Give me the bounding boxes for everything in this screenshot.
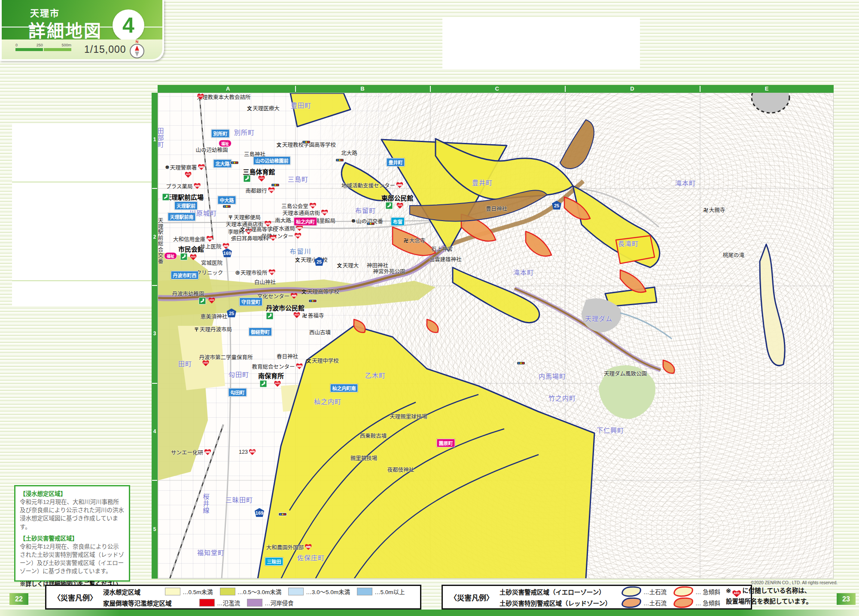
legend-flood: 〈災害凡例〉 浸水想定区域 …0.5m未満…0.5〜3.0m未満…3.0〜5.0… (45, 585, 421, 610)
compass-north-label: N (136, 39, 139, 44)
map-label: 天理親里球技場 (390, 412, 427, 420)
map-label: サンエー化研AED (171, 448, 211, 456)
evacuation-site-icon (266, 313, 274, 320)
road-sign-label: 別所町 (211, 129, 230, 138)
scale-bar-segments (15, 48, 71, 51)
aed-heart-icon: AED (269, 235, 277, 241)
map-label: 田部町 (158, 127, 165, 148)
map-label: 西山古墳 (309, 328, 331, 336)
legend-row-label: 土砂災害警戒区域（イエローゾーン） (500, 587, 615, 596)
legend-item: … 急傾斜 (673, 586, 720, 597)
school-icon: 文 (247, 104, 252, 111)
map-label: 南保育所 (258, 371, 284, 380)
map-label: 卍善福寺 (302, 311, 324, 319)
page-title: 詳細地図 (28, 17, 102, 42)
evacuation-site-icon (180, 253, 188, 261)
aed-heart-icon: AED (202, 360, 210, 366)
school-icon: 文 (295, 256, 300, 263)
legend-landslide-title: 〈災害凡例〉 (450, 592, 493, 603)
legend-item: …氾濫流 (199, 598, 240, 607)
grid-row-label: 5 (153, 526, 156, 532)
map-label: 張曰耳鼻咽喉科AED (231, 234, 277, 242)
temple-icon: 卍 (302, 312, 307, 319)
map-label: 竹之内町 (548, 393, 576, 402)
evacuation-site-icon (162, 194, 170, 201)
temple-icon: 卍 (704, 206, 708, 213)
map-label: 北大路 (341, 149, 357, 157)
note-body-landslide: 令和元年12月現在、奈良県により公示された土砂災害特別警戒区域（レッドゾーン）及… (20, 543, 125, 576)
map-canvas: 山の辺学童保育所AED天理教東本大教会詰所AED文天理医療大別所町別所町田部町豊… (158, 93, 834, 579)
map-label: 杣之内町 (314, 397, 341, 406)
road-sign-label: 守目堂町 (239, 297, 262, 306)
map-label: 文天理高等学校 (240, 225, 278, 233)
map-label: 春日神社 (277, 352, 298, 360)
legend-item-label: …氾濫流 (217, 598, 240, 607)
legend-item: …土石流 (621, 586, 667, 597)
map-label: 文天理大 (337, 261, 359, 269)
aed-heart-icon: AED (396, 203, 404, 209)
map-scale: 1/15,000 (84, 44, 126, 55)
map-label: 内馬場町 (539, 371, 566, 380)
map-label: 123AED (239, 449, 256, 455)
map-label: 文天理医療大 (247, 104, 280, 112)
left-panel-rule (12, 280, 152, 281)
road-sign-label: 山の辺幼稚園前 (253, 156, 291, 165)
road-sign-label: 御経野町 (249, 328, 272, 336)
map-label: 桃尾の滝 (723, 251, 744, 259)
road-sign-label: 北大路 (213, 159, 232, 168)
note-title-landslide: 【土砂災害警戒区域】 (20, 534, 125, 543)
map-label: ◎天理市役所AED (235, 268, 275, 276)
school-icon: 文 (302, 288, 306, 294)
legend-item-label: …0.5m未満 (183, 587, 213, 596)
route-shield: 25 (314, 257, 324, 266)
map-label: クリニック (196, 268, 223, 276)
traffic-signal-icon (335, 158, 344, 162)
map-label: 豊田町 (291, 100, 311, 109)
aed-heart-icon: AED (249, 449, 256, 455)
grid-row-label: 2 (153, 234, 156, 240)
map-label: 豊日神社 (486, 204, 507, 212)
legend-flood-row1-label: 浸水想定区域 (103, 587, 158, 596)
map-label: 天理ダム風致公園 (604, 369, 647, 377)
map-label: ⊗天理警察署AED (165, 163, 205, 171)
grid-column-label: E (765, 85, 769, 92)
legend-color-swatch (288, 588, 304, 595)
map-label: 乙木町 (365, 370, 386, 379)
evacuation-site-icon (386, 202, 393, 209)
legend-flood-title: 〈災害凡例〉 (53, 592, 97, 603)
aed-footnote-line2: 設置場所名を表記しています。 (726, 598, 812, 605)
legend-zone-shape (673, 597, 694, 608)
traffic-signal-icon (366, 222, 375, 225)
header-green-band: 天理市 詳細地図 4 (2, 0, 162, 39)
legend-item: …0.5m未満 (165, 587, 213, 596)
map-label: 東部公民館 (381, 193, 413, 202)
grid-column-label: D (630, 85, 634, 92)
aed-heart-icon: AED (194, 183, 201, 189)
map-label: 三島町 (288, 174, 308, 183)
map-label: 天理教東本大教会詰所 (197, 93, 250, 101)
road-sign-label: 園原町 (437, 439, 455, 447)
post-icon: 〒 (194, 325, 199, 332)
page-number-right: 23 (837, 593, 856, 605)
route-shield: 25 (226, 309, 237, 318)
aed-footnote-prefix: ※ (726, 587, 731, 594)
road-sign-label: 布留 (391, 217, 405, 226)
map-label: 神田神社 (367, 261, 388, 269)
grid-row-label: 4 (153, 428, 156, 434)
welfare-badge: 福祉 (164, 252, 177, 260)
school-icon: 文 (306, 357, 311, 364)
aed-heart-icon: AED (197, 94, 204, 100)
legend-color-swatch (247, 599, 262, 607)
scale-ticks: 0250500m (15, 43, 71, 47)
map-label: 三昧田町 (225, 495, 253, 504)
scale-tick: 500m (61, 43, 71, 47)
legend-landslide: 〈災害凡例〉 土砂災害警戒区域（イエローゾーン）…土石流… 急傾斜土砂災害特別警… (442, 585, 752, 610)
legend-item-label: …土石流 (643, 587, 667, 596)
map-label: プラス薬局AED (166, 182, 201, 190)
aed-heart-icon: AED (309, 203, 317, 209)
aed-footnote-line1: に付随している名称は、 (742, 587, 810, 594)
aed-heart-icon: AED (158, 237, 159, 243)
road-sign-label: 中大路 (218, 196, 236, 204)
map-label: 下仁興町 (597, 425, 624, 434)
aed-heart-icon: AED (293, 312, 301, 318)
